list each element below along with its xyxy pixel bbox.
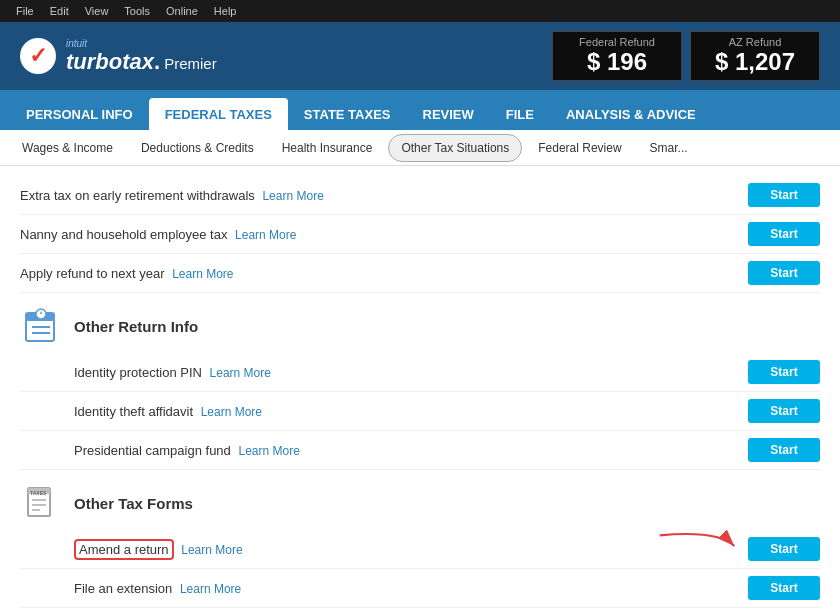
start-identity-pin[interactable]: Start: [748, 360, 820, 384]
header: ✓ intuit turbotax.Premier Federal Refund…: [0, 22, 840, 90]
row-identity-pin-label: Identity protection PIN Learn More: [74, 365, 748, 380]
tab-personal-info[interactable]: PERSONAL INFO: [10, 98, 149, 130]
menu-help[interactable]: Help: [206, 0, 245, 22]
start-identity-theft[interactable]: Start: [748, 399, 820, 423]
row-amend-return-label: Amend a return Learn More: [74, 542, 748, 557]
sub-nav: Wages & Income Deductions & Credits Heal…: [0, 130, 840, 166]
federal-refund-label: Federal Refund: [569, 36, 665, 48]
row-apply-refund: Apply refund to next year Learn More Sta…: [20, 254, 820, 293]
row-amend-return: Amend a return Learn More Start: [20, 530, 820, 569]
az-refund-amount: $ 1,207: [707, 48, 803, 76]
row-file-extension-label: File an extension Learn More: [74, 581, 748, 596]
menu-tools[interactable]: Tools: [116, 0, 158, 22]
start-presidential[interactable]: Start: [748, 438, 820, 462]
federal-refund-box: Federal Refund $ 196: [552, 31, 682, 81]
other-return-info-header: Other Return Info: [20, 293, 820, 353]
other-return-info-icon: [20, 305, 62, 347]
subtab-wages-income[interactable]: Wages & Income: [10, 135, 125, 161]
tab-review[interactable]: REVIEW: [407, 98, 490, 130]
main-nav: PERSONAL INFO FEDERAL TAXES STATE TAXES …: [0, 90, 840, 130]
svg-text:TAXES: TAXES: [30, 490, 47, 496]
menu-online[interactable]: Online: [158, 0, 206, 22]
content-area: Extra tax on early retirement withdrawal…: [0, 166, 840, 610]
start-apply-refund[interactable]: Start: [748, 261, 820, 285]
other-tax-forms-header: TAXES Other Tax Forms: [20, 470, 820, 530]
subtab-smart[interactable]: Smar...: [638, 135, 700, 161]
federal-refund-amount: $ 196: [569, 48, 665, 76]
start-nanny[interactable]: Start: [748, 222, 820, 246]
menu-edit[interactable]: Edit: [42, 0, 77, 22]
row-early-retirement: Extra tax on early retirement withdrawal…: [20, 176, 820, 215]
learn-more-file-extension[interactable]: Learn More: [180, 582, 241, 596]
logo-area: ✓ intuit turbotax.Premier: [20, 38, 217, 75]
learn-more-apply-refund[interactable]: Learn More: [172, 267, 233, 281]
turbotax-logo-icon: ✓: [20, 38, 56, 74]
intuit-label: intuit: [66, 38, 217, 49]
tab-file[interactable]: FILE: [490, 98, 550, 130]
tab-analysis-advice[interactable]: ANALYSIS & ADVICE: [550, 98, 712, 130]
az-refund-label: AZ Refund: [707, 36, 803, 48]
learn-more-amend[interactable]: Learn More: [181, 543, 242, 557]
start-file-extension[interactable]: Start: [748, 576, 820, 600]
premier-label: Premier: [164, 55, 217, 72]
other-tax-forms-title: Other Tax Forms: [74, 495, 193, 512]
start-amend-return[interactable]: Start: [748, 537, 820, 561]
row-early-retirement-label: Extra tax on early retirement withdrawal…: [20, 188, 748, 203]
refund-area: Federal Refund $ 196 AZ Refund $ 1,207: [552, 31, 820, 81]
row-presidential-label: Presidential campaign fund Learn More: [74, 443, 748, 458]
menu-bar: File Edit View Tools Online Help: [0, 0, 840, 22]
row-presidential: Presidential campaign fund Learn More St…: [20, 431, 820, 470]
subtab-other-tax-situations[interactable]: Other Tax Situations: [388, 134, 522, 162]
menu-view[interactable]: View: [77, 0, 117, 22]
learn-more-presidential[interactable]: Learn More: [238, 444, 299, 458]
svg-point-4: [36, 309, 46, 319]
other-tax-forms-icon: TAXES: [20, 482, 62, 524]
learn-more-nanny[interactable]: Learn More: [235, 228, 296, 242]
subtab-federal-review[interactable]: Federal Review: [526, 135, 633, 161]
logo-text: intuit turbotax.Premier: [66, 38, 217, 75]
tab-state-taxes[interactable]: STATE TAXES: [288, 98, 407, 130]
row-nanny-label: Nanny and household employee tax Learn M…: [20, 227, 748, 242]
row-identity-theft: Identity theft affidavit Learn More Star…: [20, 392, 820, 431]
learn-more-early-retirement[interactable]: Learn More: [262, 189, 323, 203]
row-apply-refund-label: Apply refund to next year Learn More: [20, 266, 748, 281]
subtab-deductions-credits[interactable]: Deductions & Credits: [129, 135, 266, 161]
tab-federal-taxes[interactable]: FEDERAL TAXES: [149, 98, 288, 130]
row-nanny: Nanny and household employee tax Learn M…: [20, 215, 820, 254]
amend-circle-label: Amend a return: [74, 539, 174, 560]
checkmark-icon: ✓: [29, 45, 47, 67]
learn-more-identity-pin[interactable]: Learn More: [210, 366, 271, 380]
start-early-retirement[interactable]: Start: [748, 183, 820, 207]
az-refund-box: AZ Refund $ 1,207: [690, 31, 820, 81]
learn-more-identity-theft[interactable]: Learn More: [201, 405, 262, 419]
row-identity-theft-label: Identity theft affidavit Learn More: [74, 404, 748, 419]
row-identity-pin: Identity protection PIN Learn More Start: [20, 353, 820, 392]
row-file-extension: File an extension Learn More Start: [20, 569, 820, 608]
other-return-info-title: Other Return Info: [74, 318, 198, 335]
subtab-health-insurance[interactable]: Health Insurance: [270, 135, 385, 161]
turbotax-label: turbotax.Premier: [66, 49, 217, 75]
menu-file[interactable]: File: [8, 0, 42, 22]
